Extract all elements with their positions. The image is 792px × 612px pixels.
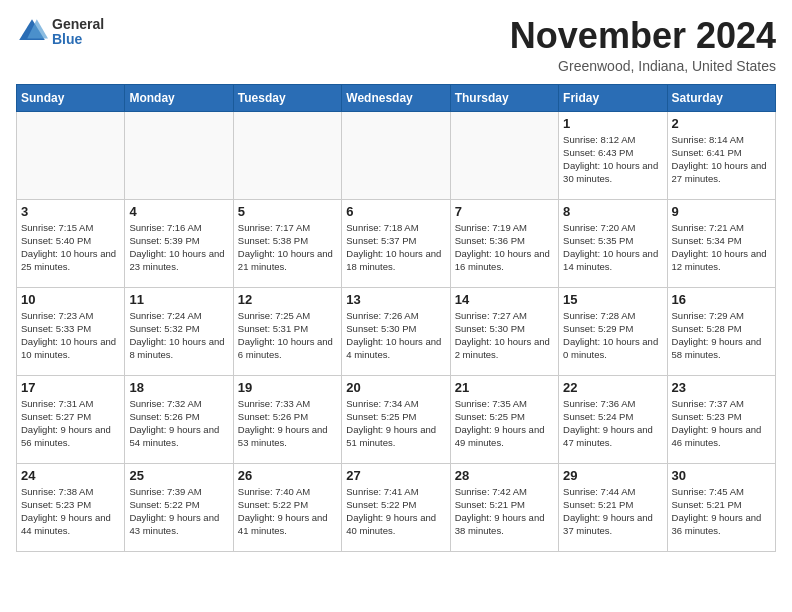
calendar-day-cell: 12Sunrise: 7:25 AM Sunset: 5:31 PM Dayli… (233, 287, 341, 375)
calendar-day-cell: 23Sunrise: 7:37 AM Sunset: 5:23 PM Dayli… (667, 375, 775, 463)
day-of-week-header: Sunday (17, 84, 125, 111)
day-info: Sunrise: 7:21 AM Sunset: 5:34 PM Dayligh… (672, 221, 771, 274)
logo-general-text: General (52, 17, 104, 32)
day-info: Sunrise: 7:25 AM Sunset: 5:31 PM Dayligh… (238, 309, 337, 362)
day-info: Sunrise: 8:14 AM Sunset: 6:41 PM Dayligh… (672, 133, 771, 186)
day-info: Sunrise: 7:45 AM Sunset: 5:21 PM Dayligh… (672, 485, 771, 538)
day-info: Sunrise: 7:35 AM Sunset: 5:25 PM Dayligh… (455, 397, 554, 450)
calendar-day-cell: 17Sunrise: 7:31 AM Sunset: 5:27 PM Dayli… (17, 375, 125, 463)
title-block: November 2024 Greenwood, Indiana, United… (510, 16, 776, 74)
day-info: Sunrise: 7:19 AM Sunset: 5:36 PM Dayligh… (455, 221, 554, 274)
day-number: 25 (129, 468, 228, 483)
day-info: Sunrise: 7:31 AM Sunset: 5:27 PM Dayligh… (21, 397, 120, 450)
day-info: Sunrise: 7:39 AM Sunset: 5:22 PM Dayligh… (129, 485, 228, 538)
day-of-week-header: Friday (559, 84, 667, 111)
calendar-day-cell: 18Sunrise: 7:32 AM Sunset: 5:26 PM Dayli… (125, 375, 233, 463)
calendar-week-row: 17Sunrise: 7:31 AM Sunset: 5:27 PM Dayli… (17, 375, 776, 463)
logo-text: General Blue (52, 17, 104, 48)
calendar-day-cell: 14Sunrise: 7:27 AM Sunset: 5:30 PM Dayli… (450, 287, 558, 375)
calendar-day-cell: 29Sunrise: 7:44 AM Sunset: 5:21 PM Dayli… (559, 463, 667, 551)
day-number: 2 (672, 116, 771, 131)
day-info: Sunrise: 7:32 AM Sunset: 5:26 PM Dayligh… (129, 397, 228, 450)
calendar-day-cell: 30Sunrise: 7:45 AM Sunset: 5:21 PM Dayli… (667, 463, 775, 551)
day-number: 15 (563, 292, 662, 307)
calendar-day-cell: 2Sunrise: 8:14 AM Sunset: 6:41 PM Daylig… (667, 111, 775, 199)
calendar-week-row: 10Sunrise: 7:23 AM Sunset: 5:33 PM Dayli… (17, 287, 776, 375)
day-number: 4 (129, 204, 228, 219)
calendar-day-cell: 25Sunrise: 7:39 AM Sunset: 5:22 PM Dayli… (125, 463, 233, 551)
calendar-day-cell (342, 111, 450, 199)
calendar-week-row: 1Sunrise: 8:12 AM Sunset: 6:43 PM Daylig… (17, 111, 776, 199)
day-info: Sunrise: 7:24 AM Sunset: 5:32 PM Dayligh… (129, 309, 228, 362)
day-number: 26 (238, 468, 337, 483)
calendar-day-cell: 28Sunrise: 7:42 AM Sunset: 5:21 PM Dayli… (450, 463, 558, 551)
day-info: Sunrise: 7:20 AM Sunset: 5:35 PM Dayligh… (563, 221, 662, 274)
month-title: November 2024 (510, 16, 776, 56)
day-info: Sunrise: 7:41 AM Sunset: 5:22 PM Dayligh… (346, 485, 445, 538)
calendar-day-cell: 20Sunrise: 7:34 AM Sunset: 5:25 PM Dayli… (342, 375, 450, 463)
calendar-day-cell: 8Sunrise: 7:20 AM Sunset: 5:35 PM Daylig… (559, 199, 667, 287)
calendar-day-cell: 22Sunrise: 7:36 AM Sunset: 5:24 PM Dayli… (559, 375, 667, 463)
day-info: Sunrise: 7:18 AM Sunset: 5:37 PM Dayligh… (346, 221, 445, 274)
day-info: Sunrise: 7:29 AM Sunset: 5:28 PM Dayligh… (672, 309, 771, 362)
day-of-week-header: Tuesday (233, 84, 341, 111)
day-of-week-header: Wednesday (342, 84, 450, 111)
location-text: Greenwood, Indiana, United States (510, 58, 776, 74)
day-info: Sunrise: 7:40 AM Sunset: 5:22 PM Dayligh… (238, 485, 337, 538)
day-number: 22 (563, 380, 662, 395)
day-info: Sunrise: 7:28 AM Sunset: 5:29 PM Dayligh… (563, 309, 662, 362)
day-info: Sunrise: 7:37 AM Sunset: 5:23 PM Dayligh… (672, 397, 771, 450)
day-number: 28 (455, 468, 554, 483)
calendar-day-cell (125, 111, 233, 199)
day-number: 18 (129, 380, 228, 395)
calendar-day-cell: 13Sunrise: 7:26 AM Sunset: 5:30 PM Dayli… (342, 287, 450, 375)
calendar-header-row: SundayMondayTuesdayWednesdayThursdayFrid… (17, 84, 776, 111)
day-number: 6 (346, 204, 445, 219)
day-number: 12 (238, 292, 337, 307)
calendar-day-cell: 19Sunrise: 7:33 AM Sunset: 5:26 PM Dayli… (233, 375, 341, 463)
day-number: 7 (455, 204, 554, 219)
day-number: 3 (21, 204, 120, 219)
day-info: Sunrise: 7:44 AM Sunset: 5:21 PM Dayligh… (563, 485, 662, 538)
day-info: Sunrise: 7:17 AM Sunset: 5:38 PM Dayligh… (238, 221, 337, 274)
day-info: Sunrise: 7:38 AM Sunset: 5:23 PM Dayligh… (21, 485, 120, 538)
day-of-week-header: Saturday (667, 84, 775, 111)
day-of-week-header: Monday (125, 84, 233, 111)
day-number: 13 (346, 292, 445, 307)
calendar-week-row: 3Sunrise: 7:15 AM Sunset: 5:40 PM Daylig… (17, 199, 776, 287)
calendar-day-cell: 16Sunrise: 7:29 AM Sunset: 5:28 PM Dayli… (667, 287, 775, 375)
calendar-day-cell: 4Sunrise: 7:16 AM Sunset: 5:39 PM Daylig… (125, 199, 233, 287)
day-info: Sunrise: 7:34 AM Sunset: 5:25 PM Dayligh… (346, 397, 445, 450)
day-info: Sunrise: 7:23 AM Sunset: 5:33 PM Dayligh… (21, 309, 120, 362)
calendar-day-cell: 24Sunrise: 7:38 AM Sunset: 5:23 PM Dayli… (17, 463, 125, 551)
day-number: 21 (455, 380, 554, 395)
day-number: 5 (238, 204, 337, 219)
calendar-day-cell (17, 111, 125, 199)
day-number: 29 (563, 468, 662, 483)
calendar-day-cell: 9Sunrise: 7:21 AM Sunset: 5:34 PM Daylig… (667, 199, 775, 287)
day-info: Sunrise: 7:16 AM Sunset: 5:39 PM Dayligh… (129, 221, 228, 274)
day-number: 16 (672, 292, 771, 307)
page-header: General Blue November 2024 Greenwood, In… (16, 16, 776, 74)
day-number: 24 (21, 468, 120, 483)
calendar-day-cell: 10Sunrise: 7:23 AM Sunset: 5:33 PM Dayli… (17, 287, 125, 375)
day-number: 14 (455, 292, 554, 307)
calendar-day-cell: 11Sunrise: 7:24 AM Sunset: 5:32 PM Dayli… (125, 287, 233, 375)
logo-blue-text: Blue (52, 32, 104, 47)
calendar-day-cell: 15Sunrise: 7:28 AM Sunset: 5:29 PM Dayli… (559, 287, 667, 375)
calendar-table: SundayMondayTuesdayWednesdayThursdayFrid… (16, 84, 776, 552)
day-number: 8 (563, 204, 662, 219)
calendar-day-cell: 6Sunrise: 7:18 AM Sunset: 5:37 PM Daylig… (342, 199, 450, 287)
day-number: 9 (672, 204, 771, 219)
day-number: 1 (563, 116, 662, 131)
calendar-day-cell: 1Sunrise: 8:12 AM Sunset: 6:43 PM Daylig… (559, 111, 667, 199)
day-number: 23 (672, 380, 771, 395)
calendar-day-cell: 5Sunrise: 7:17 AM Sunset: 5:38 PM Daylig… (233, 199, 341, 287)
day-info: Sunrise: 7:15 AM Sunset: 5:40 PM Dayligh… (21, 221, 120, 274)
day-number: 20 (346, 380, 445, 395)
calendar-day-cell: 3Sunrise: 7:15 AM Sunset: 5:40 PM Daylig… (17, 199, 125, 287)
day-info: Sunrise: 7:26 AM Sunset: 5:30 PM Dayligh… (346, 309, 445, 362)
day-number: 11 (129, 292, 228, 307)
day-number: 30 (672, 468, 771, 483)
day-of-week-header: Thursday (450, 84, 558, 111)
